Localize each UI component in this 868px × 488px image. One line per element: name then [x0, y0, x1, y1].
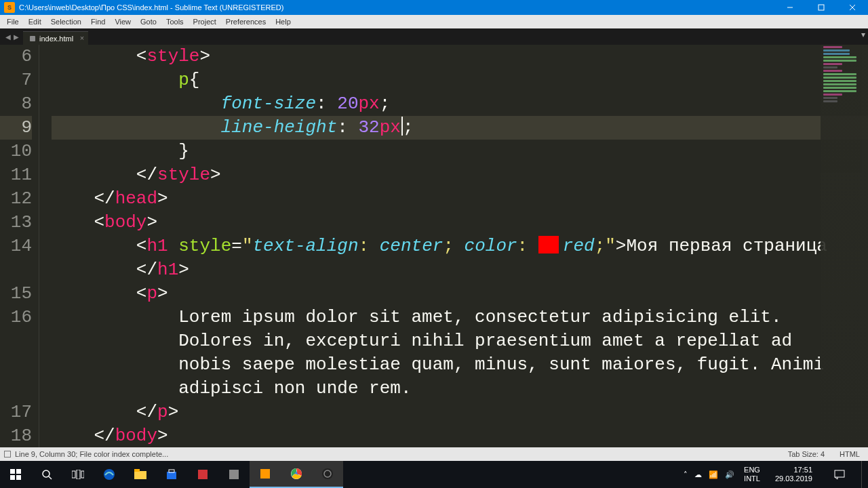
svg-rect-4	[10, 469, 15, 474]
file-icon	[30, 36, 35, 41]
svg-rect-1	[818, 5, 824, 10]
menu-help[interactable]: Help	[271, 16, 295, 27]
tab-label: index.html	[39, 35, 73, 43]
svg-rect-5	[16, 469, 21, 474]
line-number-gutter: 678910111213141516171819	[0, 45, 39, 447]
menu-preferences[interactable]: Preferences	[222, 16, 270, 27]
status-text: Line 9, Column 30; File color index comp…	[15, 450, 168, 458]
tab-history-back-icon[interactable]: ◀	[5, 33, 11, 41]
menu-file[interactable]: File	[3, 16, 23, 27]
svg-point-8	[43, 470, 50, 477]
search-icon[interactable]	[31, 461, 62, 488]
taskbar-app1-icon[interactable]	[187, 461, 218, 488]
start-button[interactable]	[0, 461, 31, 488]
svg-rect-20	[260, 469, 270, 479]
svg-rect-12	[81, 471, 84, 478]
taskbar-store-icon[interactable]	[156, 461, 187, 488]
maximize-button[interactable]	[806, 0, 837, 15]
windows-taskbar: ˄ ☁ 📶 🔊 ENGINTL 17:5129.03.2019	[0, 461, 868, 488]
tray-chevron-up-icon[interactable]: ˄	[684, 470, 688, 479]
tray-network-icon[interactable]: 📶	[709, 470, 718, 479]
menu-tools[interactable]: Tools	[162, 16, 188, 27]
tab-index-html[interactable]: index.html ×	[23, 31, 88, 45]
tray-volume-icon[interactable]: 🔊	[725, 470, 734, 479]
taskbar-explorer-icon[interactable]	[125, 461, 156, 488]
svg-rect-7	[16, 475, 21, 480]
svg-rect-25	[835, 470, 844, 477]
menu-goto[interactable]: Goto	[136, 16, 161, 27]
system-tray[interactable]: ˄ ☁ 📶 🔊 ENGINTL 17:5129.03.2019	[681, 461, 868, 488]
svg-rect-19	[229, 470, 239, 479]
menu-view[interactable]: View	[111, 16, 135, 27]
taskbar-sublime-icon[interactable]	[250, 461, 281, 488]
svg-rect-18	[198, 470, 208, 479]
minimize-button[interactable]	[774, 0, 806, 15]
status-bar: Line 9, Column 30; File color index comp…	[0, 447, 868, 461]
tray-onedrive-icon[interactable]: ☁	[694, 470, 702, 479]
tab-history-fwd-icon[interactable]: ▶	[14, 33, 19, 41]
svg-line-9	[49, 476, 52, 479]
task-view-icon[interactable]	[62, 461, 94, 488]
svg-rect-16	[167, 472, 176, 479]
code-editor[interactable]: 678910111213141516171819 <style> p{ font…	[0, 45, 868, 447]
tab-overflow-icon[interactable]: ▾	[861, 30, 865, 39]
taskbar-app2-icon[interactable]	[218, 461, 250, 488]
menu-bar: FileEditSelectionFindViewGotoToolsProjec…	[0, 15, 868, 28]
taskbar-chrome-icon[interactable]	[281, 461, 312, 488]
close-button[interactable]	[837, 0, 868, 15]
menu-project[interactable]: Project	[189, 16, 220, 27]
panel-switch-icon[interactable]	[4, 451, 11, 458]
app-icon: S	[4, 2, 15, 13]
menu-selection[interactable]: Selection	[47, 16, 85, 27]
window-title: C:\Users\inweb\Desktop\Про CSS\index.htm…	[19, 3, 774, 12]
minimap[interactable]	[821, 45, 868, 447]
svg-rect-15	[134, 469, 140, 472]
fold-column	[39, 45, 49, 447]
tab-close-icon[interactable]: ×	[80, 34, 84, 42]
svg-rect-6	[10, 475, 15, 480]
tray-language[interactable]: ENGINTL	[741, 466, 763, 483]
taskbar-edge-icon[interactable]	[94, 461, 125, 488]
show-desktop-button[interactable]	[861, 461, 865, 488]
notification-center-icon[interactable]	[825, 461, 854, 488]
menu-edit[interactable]: Edit	[24, 16, 45, 27]
svg-rect-11	[77, 470, 80, 479]
svg-rect-10	[72, 471, 75, 478]
menu-find[interactable]: Find	[87, 16, 109, 27]
status-language[interactable]: HTML	[840, 450, 860, 458]
window-title-bar: S C:\Users\inweb\Desktop\Про CSS\index.h…	[0, 0, 868, 15]
taskbar-obs-icon[interactable]	[312, 461, 343, 488]
code-area[interactable]: <style> p{ font-size: 20px; line-height:…	[49, 45, 868, 447]
status-tab-size[interactable]: Tab Size: 4	[788, 450, 825, 458]
tab-bar: ◀ ▶ index.html × ▾	[0, 28, 868, 45]
tray-clock[interactable]: 17:5129.03.2019	[770, 466, 818, 483]
svg-rect-14	[134, 471, 146, 479]
